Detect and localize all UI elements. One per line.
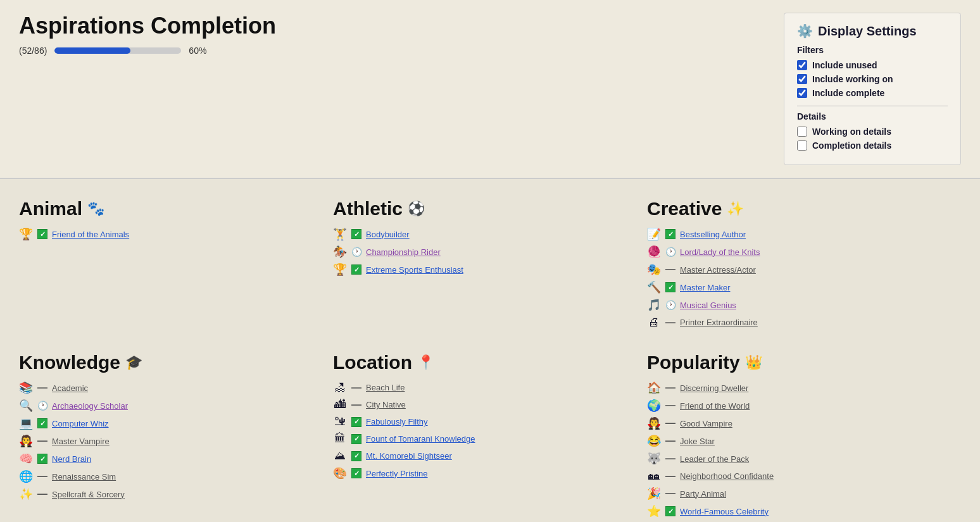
aspiration-item: 🎉—Party Animal bbox=[647, 487, 952, 500]
status-dash-icon: — bbox=[665, 488, 676, 499]
status-check-icon bbox=[351, 264, 361, 275]
working-details-label[interactable]: Working on details bbox=[812, 127, 891, 137]
status-check-icon bbox=[351, 417, 361, 427]
dash-indicator: — bbox=[665, 471, 675, 482]
dash-indicator: — bbox=[351, 399, 361, 411]
aspiration-icon: 🌐 bbox=[19, 469, 33, 483]
status-indicator bbox=[37, 453, 48, 464]
clock-icon: 🕐 bbox=[665, 300, 676, 310]
aspiration-link[interactable]: City Native bbox=[366, 400, 406, 409]
status-check-icon bbox=[351, 229, 361, 239]
aspiration-link[interactable]: Printer Extraordinaire bbox=[680, 318, 758, 327]
aspiration-link[interactable]: Master Maker bbox=[680, 283, 730, 292]
aspiration-link[interactable]: Lord/Lady of the Knits bbox=[680, 247, 760, 257]
status-dash-icon: — bbox=[37, 382, 48, 394]
aspiration-link[interactable]: Mt. Komorebi Sightseer bbox=[366, 451, 452, 461]
aspiration-link[interactable]: Renaissance Sim bbox=[52, 472, 116, 482]
include-working-label[interactable]: Include working on bbox=[812, 74, 893, 84]
working-details-checkbox[interactable] bbox=[797, 127, 807, 137]
include-complete-label[interactable]: Include complete bbox=[812, 88, 884, 98]
status-dash-icon: — bbox=[665, 471, 676, 482]
aspiration-item: 🏙—City Native bbox=[333, 398, 638, 411]
aspiration-link[interactable]: Leader of the Pack bbox=[680, 454, 749, 464]
dash-indicator: — bbox=[665, 400, 675, 411]
aspiration-icon: 🏇 bbox=[333, 245, 347, 259]
completion-details-checkbox[interactable] bbox=[797, 140, 807, 151]
include-unused-row[interactable]: Include unused bbox=[797, 60, 948, 70]
aspiration-link[interactable]: Master Vampire bbox=[52, 437, 110, 446]
status-clock-icon: 🕐 bbox=[37, 400, 48, 411]
aspiration-link[interactable]: World-Famous Celebrity bbox=[680, 507, 769, 516]
dash-indicator: — bbox=[37, 382, 47, 394]
aspiration-link[interactable]: Master Actress/Actor bbox=[680, 265, 756, 275]
status-indicator bbox=[665, 506, 676, 517]
aspiration-link[interactable]: Academic bbox=[52, 383, 88, 393]
status-clock-icon: 🕐 bbox=[351, 246, 362, 258]
aspiration-link[interactable]: Musical Genius bbox=[680, 301, 736, 310]
completion-details-label[interactable]: Completion details bbox=[812, 140, 891, 151]
aspiration-link[interactable]: Bodybuilder bbox=[366, 230, 410, 239]
category-block-knowledge: Knowledge 🎓📚—Academic🔍🕐Archaeology Schol… bbox=[19, 345, 333, 522]
aspiration-link[interactable]: Archaeology Scholar bbox=[52, 401, 128, 411]
aspiration-link[interactable]: Fabulously Filthy bbox=[366, 417, 428, 426]
working-details-row[interactable]: Working on details bbox=[797, 127, 948, 137]
aspiration-icon: ⭐ bbox=[647, 504, 661, 518]
aspiration-link[interactable]: Nerd Brain bbox=[52, 454, 91, 464]
clock-icon: 🕐 bbox=[37, 401, 48, 411]
aspiration-item: 🏋Bodybuilder bbox=[333, 227, 638, 241]
aspiration-link[interactable]: Neighborhood Confidante bbox=[680, 471, 774, 481]
gear-icon: ⚙️ bbox=[797, 23, 813, 39]
aspiration-icon: 🏜 bbox=[333, 415, 347, 428]
dash-indicator: — bbox=[665, 264, 675, 275]
category-icon: 🐾 bbox=[87, 201, 104, 217]
category-name-text: Knowledge bbox=[19, 352, 120, 373]
aspiration-item: 🖨—Printer Extraordinaire bbox=[647, 316, 952, 329]
aspiration-link[interactable]: Joke Star bbox=[680, 437, 715, 446]
aspiration-icon: ⛰ bbox=[333, 449, 347, 463]
aspiration-icon: 🏙 bbox=[333, 398, 347, 411]
include-working-checkbox[interactable] bbox=[797, 74, 807, 84]
status-dash-icon: — bbox=[37, 435, 48, 447]
aspiration-list: 📝Bestselling Author🧶🕐Lord/Lady of the Kn… bbox=[647, 227, 952, 329]
status-indicator bbox=[351, 451, 362, 462]
aspiration-link[interactable]: Friend of the World bbox=[680, 401, 750, 411]
include-unused-checkbox[interactable] bbox=[797, 60, 807, 70]
details-label: Details bbox=[797, 111, 948, 121]
aspiration-link[interactable]: Bestselling Author bbox=[680, 230, 746, 239]
aspiration-link[interactable]: Party Animal bbox=[680, 489, 726, 499]
aspiration-link[interactable]: Discerning Dweller bbox=[680, 383, 748, 393]
aspiration-link[interactable]: Championship Rider bbox=[366, 247, 441, 257]
aspiration-item: 💻Computer Whiz bbox=[19, 416, 324, 430]
status-dash-icon: — bbox=[351, 382, 362, 394]
progress-bar-fill bbox=[54, 47, 130, 54]
top-section: Aspirations Completion (52/86) 60% ⚙️ Di… bbox=[0, 0, 980, 179]
aspiration-link[interactable]: Beach Life bbox=[366, 383, 405, 392]
aspiration-item: 🌐—Renaissance Sim bbox=[19, 469, 324, 483]
aspiration-link[interactable]: Friend of the Animals bbox=[52, 230, 129, 239]
aspiration-icon: 🔨 bbox=[647, 280, 661, 294]
aspiration-item: ⛰Mt. Komorebi Sightseer bbox=[333, 449, 638, 463]
include-complete-row[interactable]: Include complete bbox=[797, 88, 948, 98]
status-indicator bbox=[665, 282, 676, 293]
aspiration-list: 🏖—Beach Life🏙—City Native🏜Fabulously Fil… bbox=[333, 381, 638, 480]
aspiration-icon: 🧛 bbox=[647, 416, 661, 430]
clock-icon: 🕐 bbox=[665, 247, 676, 257]
include-unused-label[interactable]: Include unused bbox=[812, 60, 877, 70]
aspiration-link[interactable]: Fount of Tomarani Knowledge bbox=[366, 434, 475, 444]
aspiration-link[interactable]: Computer Whiz bbox=[52, 419, 109, 428]
aspiration-link[interactable]: Spellcraft & Sorcery bbox=[52, 490, 125, 499]
aspiration-icon: 😂 bbox=[647, 434, 661, 448]
aspiration-icon: 🎵 bbox=[647, 298, 661, 312]
include-working-row[interactable]: Include working on bbox=[797, 74, 948, 84]
completion-details-row[interactable]: Completion details bbox=[797, 140, 948, 151]
progress-row: (52/86) 60% bbox=[19, 46, 771, 56]
include-complete-checkbox[interactable] bbox=[797, 88, 807, 98]
aspiration-link[interactable]: Perfectly Pristine bbox=[366, 469, 428, 478]
aspiration-icon: 🎭 bbox=[647, 263, 661, 277]
status-indicator bbox=[351, 468, 362, 479]
aspiration-link[interactable]: Good Vampire bbox=[680, 419, 732, 428]
aspiration-item: 🏆Friend of the Animals bbox=[19, 227, 324, 241]
page-title: Aspirations Completion bbox=[19, 13, 771, 39]
aspiration-item: 🏖—Beach Life bbox=[333, 381, 638, 394]
aspiration-link[interactable]: Extreme Sports Enthusiast bbox=[366, 265, 463, 275]
